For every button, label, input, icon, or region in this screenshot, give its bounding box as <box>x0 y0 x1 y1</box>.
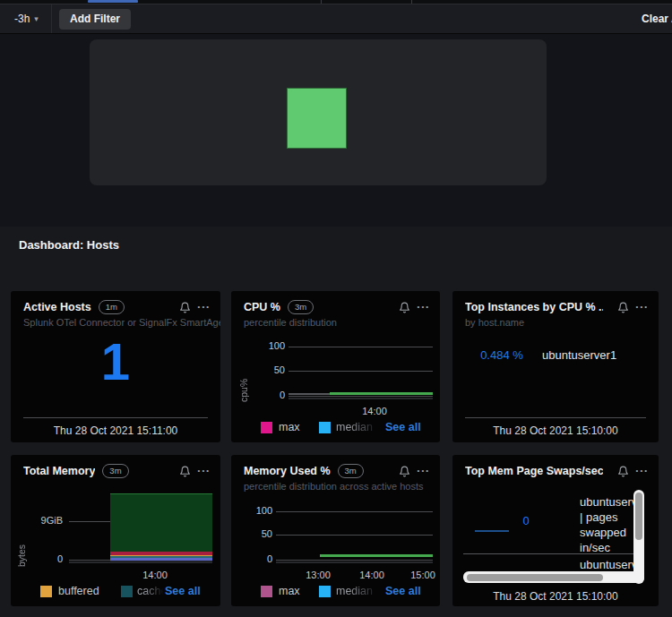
more-options-button[interactable]: ••• <box>636 304 649 311</box>
timestamp: Thu 28 Oct 2021 15:11:00 <box>11 424 220 437</box>
legend-swatch-cached[interactable] <box>121 586 133 597</box>
card-subtitle: percentile distribution <box>244 317 440 328</box>
card-subtitle: percentile distribution across active ho… <box>244 481 440 492</box>
legend-label-median[interactable]: median <box>336 585 383 597</box>
card-title: Total Memory <box>23 465 95 477</box>
alert-bell-button[interactable] <box>179 466 191 477</box>
list-value: 0 <box>515 514 537 527</box>
sparkline <box>475 530 509 532</box>
y-tick: 9GiB <box>32 515 63 527</box>
x-tick: 14:00 <box>133 570 177 580</box>
card-title: Active Hosts <box>23 301 91 313</box>
divider <box>51 4 52 33</box>
series-line-green <box>330 392 433 395</box>
app-screen: -3h▾ Add Filter Clear All Dashboard: Hos… <box>0 0 672 617</box>
vertical-scrollbar-thumb[interactable] <box>635 493 642 540</box>
area-free-memory <box>110 493 212 552</box>
more-icon: ••• <box>418 304 430 311</box>
card-header: Total Memory 3m ••• <box>23 463 211 479</box>
bell-icon <box>399 466 410 477</box>
alert-bell-button[interactable] <box>399 466 410 477</box>
card-title: CPU % <box>244 301 280 313</box>
legend-label-median[interactable]: median <box>336 421 383 433</box>
host-name: ubuntuserver1 <box>542 348 616 362</box>
clear-all-button[interactable]: Clear All <box>642 4 672 34</box>
card-cpu-percent: CPU % 3m ••• percentile distribution cpu… <box>231 291 440 442</box>
more-icon: ••• <box>636 467 649 475</box>
gridline <box>289 396 433 397</box>
legend-swatch-buffered[interactable] <box>40 586 52 597</box>
bell-icon <box>179 466 191 477</box>
alert-bell-button[interactable] <box>617 466 629 477</box>
bell-icon <box>179 302 191 313</box>
x-tick: 15:00 <box>401 570 445 580</box>
y-tick: 0 <box>32 553 63 565</box>
card-subtitle: by host.name <box>465 317 659 328</box>
card-header: CPU % 3m ••• <box>244 299 430 315</box>
scroll-indicator[interactable] <box>88 0 138 3</box>
horizontal-scrollbar-thumb[interactable] <box>467 574 603 581</box>
bell-icon <box>617 466 629 477</box>
horizontal-scrollbar[interactable] <box>463 571 644 583</box>
more-icon: ••• <box>636 304 649 311</box>
strip-tick <box>411 0 412 4</box>
divider <box>465 417 646 418</box>
y-tick: 0 <box>254 390 285 401</box>
resolution-badge: 3m <box>288 300 314 313</box>
drag-preview-square[interactable] <box>287 88 347 149</box>
more-options-button[interactable]: ••• <box>418 304 430 311</box>
x-tick: 14:00 <box>349 570 394 580</box>
time-range-dropdown[interactable]: -3h▾ <box>14 4 39 34</box>
alert-bell-button[interactable] <box>617 302 629 313</box>
gridline <box>276 511 433 512</box>
divider <box>23 417 208 418</box>
card-header: Memory Used % 3m ••• <box>244 463 430 479</box>
y-tick: 100 <box>242 505 272 517</box>
vertical-scrollbar[interactable] <box>633 490 644 584</box>
legend-label-cached[interactable]: cached <box>137 585 166 597</box>
card-title: Top Mem Page Swaps/sec ... <box>465 465 603 477</box>
band-dark <box>110 561 212 562</box>
legend-label-max[interactable]: max <box>279 585 316 597</box>
filter-bar: -3h▾ Add Filter Clear All <box>0 4 672 34</box>
legend-label-max[interactable]: max <box>279 421 316 433</box>
gridline <box>289 371 433 372</box>
legend-swatch-median[interactable] <box>319 586 331 597</box>
add-filter-button[interactable]: Add Filter <box>59 9 131 30</box>
see-all-link[interactable]: See all <box>385 421 421 433</box>
y-tick: 0 <box>242 553 272 565</box>
x-tick: 14:00 <box>352 406 397 416</box>
resolution-badge: 3m <box>102 464 128 477</box>
card-subtitle: Splunk OTel Connector or SignalFx SmartA… <box>23 317 220 328</box>
gridline <box>276 560 433 561</box>
see-all-link[interactable]: See all <box>165 585 201 597</box>
series-line-green <box>320 554 433 557</box>
y-axis-label: cpu% <box>238 343 249 402</box>
legend-swatch-median[interactable] <box>319 422 331 433</box>
more-icon: ••• <box>198 467 211 475</box>
legend-swatch-max[interactable] <box>261 586 272 597</box>
axis-line <box>276 561 433 563</box>
more-icon: ••• <box>418 467 430 475</box>
card-memory-used: Memory Used % 3m ••• percentile distribu… <box>231 455 440 606</box>
more-options-button[interactable]: ••• <box>636 467 649 475</box>
see-all-link[interactable]: See all <box>385 585 421 597</box>
alert-bell-button[interactable] <box>399 302 410 313</box>
more-options-button[interactable]: ••• <box>418 467 430 475</box>
strip-tick <box>321 0 322 4</box>
resolution-badge: 3m <box>338 464 364 477</box>
legend-swatch-max[interactable] <box>261 422 272 433</box>
more-options-button[interactable]: ••• <box>198 467 211 475</box>
card-top-mem-swaps: Top Mem Page Swaps/sec ... ••• 0 ubuntus… <box>452 455 659 606</box>
card-total-memory: Total Memory 3m ••• bytes 9GiB 0 14:00 b… <box>11 455 220 606</box>
chevron-down-icon: ▾ <box>34 14 39 23</box>
dashboard-section: Dashboard: Hosts Active Hosts 1m ••• Spl… <box>0 227 672 617</box>
resolution-badge: 1m <box>99 300 125 313</box>
legend-label-buffered[interactable]: buffered <box>58 585 112 597</box>
gridline <box>289 347 433 347</box>
alert-bell-button[interactable] <box>179 302 191 313</box>
card-header: Top Instances by CPU % ... ••• <box>465 299 649 315</box>
x-tick: 13:00 <box>296 570 340 580</box>
more-options-button[interactable]: ••• <box>198 304 211 311</box>
y-tick: 100 <box>254 340 285 352</box>
